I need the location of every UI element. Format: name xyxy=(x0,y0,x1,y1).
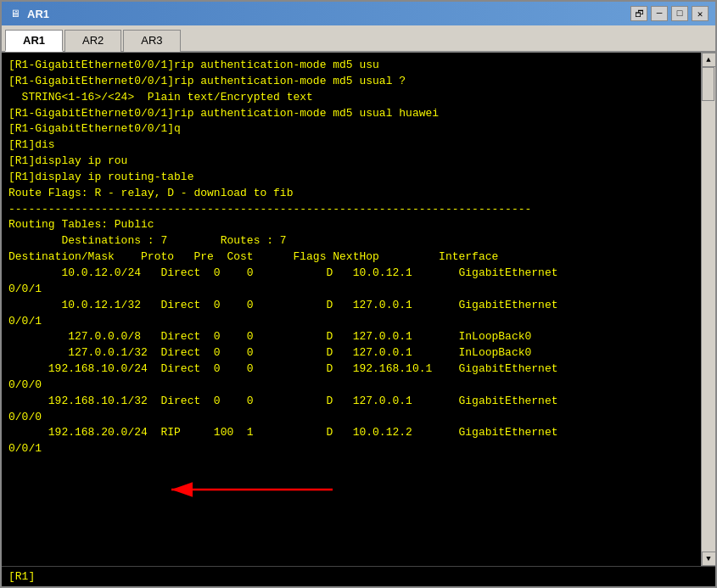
main-window: 🖥 AR1 🗗 ─ □ ✕ AR1 AR2 AR3 [R1-GigabitEth… xyxy=(0,0,717,588)
terminal-line: [R1]dis xyxy=(8,137,709,154)
scroll-down-button[interactable]: ▼ xyxy=(702,552,716,566)
tab-ar1[interactable]: AR1 xyxy=(5,30,63,52)
title-bar-left: 🖥 AR1 xyxy=(8,7,49,20)
terminal-line: Destinations : 7 Routes : 7 xyxy=(8,233,709,249)
terminal-line: [R1-GigabitEthernet0/0/1]q xyxy=(8,121,709,137)
terminal-wrapper: [R1-GigabitEthernet0/0/1]rip authenticat… xyxy=(2,53,715,566)
tab-bar: AR1 AR2 AR3 xyxy=(2,25,715,53)
scrollbar-track-area xyxy=(702,67,715,552)
app-icon: 🖥 xyxy=(8,7,22,20)
terminal-line: [R1]display ip routing-table xyxy=(8,170,709,186)
close-button[interactable]: ✕ xyxy=(692,6,709,21)
terminal-line: Routing Tables: Public xyxy=(8,217,709,233)
status-bar: [R1] xyxy=(2,566,715,586)
minimize-button[interactable]: ─ xyxy=(651,6,668,21)
terminal-line: 10.0.12.1/32 Direct 0 0 D 127.0.0.1 Giga… xyxy=(8,298,709,314)
tab-ar3[interactable]: AR3 xyxy=(123,30,180,52)
restore-button[interactable]: 🗗 xyxy=(630,6,647,21)
scrollbar-thumb[interactable] xyxy=(702,67,714,101)
terminal-line: [R1-GigabitEthernet0/0/1]rip authenticat… xyxy=(8,58,709,74)
window-controls: 🗗 ─ □ ✕ xyxy=(630,6,709,21)
terminal-line: 10.0.12.0/24 Direct 0 0 D 10.0.12.1 Giga… xyxy=(8,266,709,282)
terminal-line: 192.168.20.0/24 RIP 100 1 D 10.0.12.2 Gi… xyxy=(8,425,709,441)
terminal-output[interactable]: [R1-GigabitEthernet0/0/1]rip authenticat… xyxy=(2,53,715,566)
terminal-line: 0/0/1 xyxy=(8,282,709,298)
terminal-line: 192.168.10.0/24 Direct 0 0 D 192.168.10.… xyxy=(8,361,709,378)
tab-ar2[interactable]: AR2 xyxy=(64,30,121,52)
prompt-text: [R1] xyxy=(8,570,35,583)
terminal-line: STRING<1-16>/<24> Plain text/Encrypted t… xyxy=(8,90,709,106)
maximize-button[interactable]: □ xyxy=(671,6,688,21)
terminal-line: [R1]display ip rou xyxy=(8,154,709,170)
terminal-line: 127.0.0.0/8 Direct 0 0 D 127.0.0.1 InLoo… xyxy=(8,329,709,345)
terminal-line: ----------------------------------------… xyxy=(8,202,709,218)
scroll-up-button[interactable]: ▲ xyxy=(702,53,716,67)
terminal-line: 0/0/0 xyxy=(8,378,709,394)
terminal-line: 0/0/0 xyxy=(8,410,709,426)
terminal-line: [R1-GigabitEthernet0/0/1]rip authenticat… xyxy=(8,74,709,90)
title-bar: 🖥 AR1 🗗 ─ □ ✕ xyxy=(2,2,715,25)
terminal-line: 0/0/1 xyxy=(8,441,709,457)
terminal-line: 127.0.0.1/32 Direct 0 0 D 127.0.0.1 InLo… xyxy=(8,345,709,361)
terminal-line: Destination/Mask Proto Pre Cost Flags Ne… xyxy=(8,249,709,266)
scrollbar[interactable]: ▲ ▼ xyxy=(701,53,715,566)
terminal-line: [R1-GigabitEthernet0/0/1]rip authenticat… xyxy=(8,106,709,122)
terminal-line: Route Flags: R - relay, D - download to … xyxy=(8,186,709,202)
window-title: AR1 xyxy=(27,8,49,20)
terminal-line: 192.168.10.1/32 Direct 0 0 D 127.0.0.1 G… xyxy=(8,394,709,410)
terminal-line: 0/0/1 xyxy=(8,314,709,330)
